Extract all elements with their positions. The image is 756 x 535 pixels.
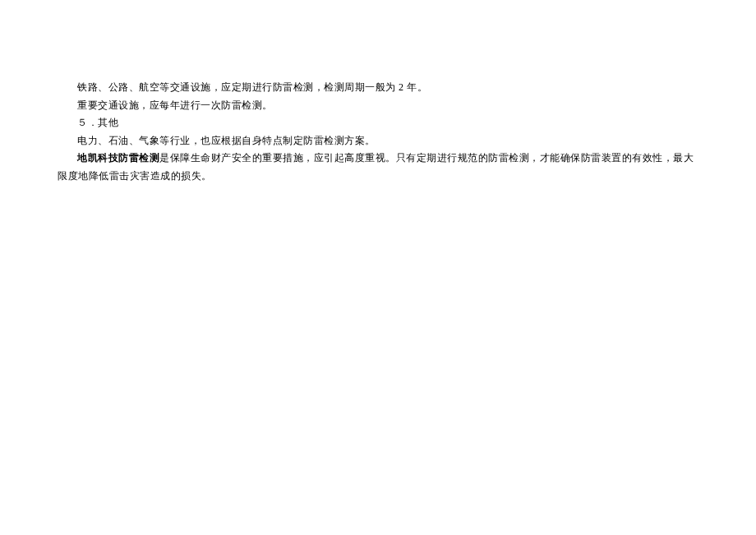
heading-other: ５．其他	[58, 114, 698, 132]
document-body: 铁路、公路、航空等交通设施，应定期进行防雷检测，检测周期一般为 2 年。 重要交…	[58, 79, 698, 186]
paragraph-important-transport: 重要交通设施，应每年进行一次防雷检测。	[58, 97, 698, 115]
bold-company-tech: 地凯科技防雷检测	[77, 152, 159, 164]
paragraph-conclusion: 地凯科技防雷检测是保障生命财产安全的重要措施，应引起高度重视。只有定期进行规范的…	[58, 150, 698, 185]
paragraph-industries: 电力、石油、气象等行业，也应根据自身特点制定防雷检测方案。	[58, 132, 698, 150]
paragraph-transport: 铁路、公路、航空等交通设施，应定期进行防雷检测，检测周期一般为 2 年。	[58, 79, 698, 97]
